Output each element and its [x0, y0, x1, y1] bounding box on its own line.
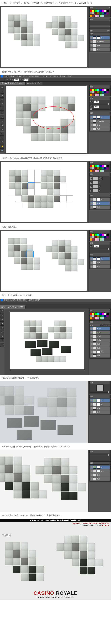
- layer-row[interactable]: 组 1: [90, 465, 110, 469]
- menu-item[interactable]: 图像(I): [17, 299, 21, 301]
- color-swatch[interactable]: [97, 10, 99, 12]
- layer-row[interactable]: 备份: [90, 354, 110, 358]
- color-swatch[interactable]: [90, 165, 92, 167]
- color-swatch[interactable]: [90, 94, 92, 96]
- selected-path[interactable]: [28, 182, 34, 189]
- layer-row[interactable]: 图层 1 副本: [90, 119, 110, 123]
- color-swatch[interactable]: [93, 234, 95, 236]
- zoom-tool-icon[interactable]: 🔍: [0, 148, 4, 152]
- color-swatch[interactable]: [97, 12, 99, 14]
- color-swatch[interactable]: [97, 318, 99, 320]
- color-swatch[interactable]: [102, 12, 104, 14]
- color-swatch[interactable]: [90, 170, 92, 172]
- wand-tool-icon[interactable]: ✦: [0, 98, 4, 102]
- color-swatch[interactable]: [90, 318, 92, 320]
- brush-tool-icon[interactable]: 🖌: [0, 110, 4, 114]
- color-swatch[interactable]: [100, 165, 102, 167]
- color-swatch[interactable]: [102, 236, 104, 238]
- color-swatch[interactable]: [97, 238, 99, 240]
- color-swatch[interactable]: [104, 167, 106, 169]
- hand-tool-icon[interactable]: ✋: [0, 144, 4, 148]
- color-swatch[interactable]: [97, 91, 99, 93]
- color-swatch[interactable]: [97, 236, 99, 238]
- color-swatch[interactable]: [90, 236, 92, 238]
- panel-tab[interactable]: 蒙版: [90, 97, 93, 100]
- layer-row[interactable]: 备份: [90, 44, 110, 47]
- color-swatch[interactable]: [107, 12, 109, 14]
- layer-row[interactable]: 背景: [90, 265, 110, 268]
- layer-row[interactable]: 组 1: [90, 469, 110, 473]
- layer-row[interactable]: 组 1: [90, 116, 110, 119]
- shape-tool-icon[interactable]: ▢: [0, 140, 4, 144]
- color-swatch[interactable]: [102, 315, 104, 317]
- layer-row[interactable]: 图层 5: [90, 330, 110, 334]
- color-swatch[interactable]: [107, 10, 109, 12]
- eraser-tool-icon[interactable]: ▱: [0, 119, 4, 123]
- panel-tab[interactable]: 图层: [90, 321, 93, 323]
- color-swatch[interactable]: [95, 94, 97, 96]
- panel-tab[interactable]: 调整: [90, 18, 93, 20]
- color-swatch[interactable]: [93, 12, 95, 14]
- color-swatch[interactable]: [102, 167, 104, 169]
- color-swatch[interactable]: [100, 313, 102, 315]
- layer-row[interactable]: 备份: [90, 473, 110, 477]
- color-swatch[interactable]: [97, 313, 99, 315]
- color-swatch[interactable]: [93, 89, 95, 91]
- color-swatch[interactable]: [107, 236, 109, 238]
- color-swatch[interactable]: [104, 165, 106, 167]
- panel-tab[interactable]: 通道: [90, 173, 93, 176]
- color-swatch[interactable]: [90, 315, 92, 317]
- color-swatch[interactable]: [93, 315, 95, 317]
- menu-item[interactable]: 窗口(W): [60, 75, 65, 78]
- visibility-icon[interactable]: [91, 40, 93, 42]
- layer-row[interactable]: 背景: [90, 48, 110, 51]
- lasso-tool-icon[interactable]: ɕ: [0, 94, 4, 98]
- color-swatch[interactable]: [95, 318, 97, 320]
- menu-item[interactable]: 图层(L): [23, 75, 27, 78]
- panel-tab[interactable]: 蒙版: [90, 242, 93, 244]
- panel-tab[interactable]: 蒙版: [90, 450, 93, 453]
- color-swatch[interactable]: [104, 313, 106, 315]
- menu-item[interactable]: 文件(F): [4, 75, 9, 78]
- color-swatch[interactable]: [104, 315, 106, 317]
- density-input[interactable]: 100%: [94, 100, 99, 103]
- panel-tab[interactable]: 颜色: [90, 230, 93, 233]
- panel-tab[interactable]: 图层: [90, 112, 93, 114]
- color-swatch[interactable]: [102, 318, 104, 320]
- color-swatch[interactable]: [90, 15, 92, 17]
- menu-item[interactable]: 编辑(E): [10, 299, 15, 301]
- color-swatch[interactable]: [100, 315, 102, 317]
- color-swatch[interactable]: [100, 236, 102, 238]
- menu-item[interactable]: 3D(D): [48, 76, 52, 77]
- color-swatch[interactable]: [102, 10, 104, 12]
- color-swatch[interactable]: [100, 170, 102, 172]
- color-swatch[interactable]: [100, 89, 102, 91]
- menu-item[interactable]: 分析(A): [42, 75, 47, 78]
- visibility-icon[interactable]: [91, 37, 93, 39]
- color-swatch[interactable]: [93, 170, 95, 172]
- color-swatch[interactable]: [100, 318, 102, 320]
- color-swatch[interactable]: [97, 234, 99, 236]
- menu-item[interactable]: 文件(F): [4, 299, 9, 301]
- eyedropper-tool-icon[interactable]: ⤒: [0, 106, 4, 110]
- layer-group-row[interactable]: 组 1: [90, 398, 110, 402]
- layer-row[interactable]: 图层 4: [90, 334, 110, 338]
- move-tool-icon[interactable]: ✥: [0, 85, 4, 89]
- color-swatch[interactable]: [93, 10, 95, 12]
- layer-row[interactable]: 组 1: [90, 350, 110, 354]
- layer-row[interactable]: 备份: [90, 406, 110, 410]
- color-swatch[interactable]: [93, 236, 95, 238]
- color-swatch[interactable]: [104, 234, 106, 236]
- channel-blue[interactable]: 蓝: [90, 189, 110, 193]
- color-swatch[interactable]: [93, 313, 95, 315]
- slider-thumb[interactable]: [90, 108, 92, 110]
- color-swatch[interactable]: [104, 236, 106, 238]
- panel-tab[interactable]: 通道: [107, 30, 110, 32]
- menu-item[interactable]: 滤镜(T): [35, 75, 40, 78]
- menu-item[interactable]: 帮助(H): [67, 75, 72, 78]
- color-swatch[interactable]: [97, 94, 99, 96]
- color-swatch[interactable]: [107, 234, 109, 236]
- color-swatch[interactable]: [95, 315, 97, 317]
- slider-thumb[interactable]: [108, 103, 109, 105]
- channel-red[interactable]: 红: [90, 180, 110, 184]
